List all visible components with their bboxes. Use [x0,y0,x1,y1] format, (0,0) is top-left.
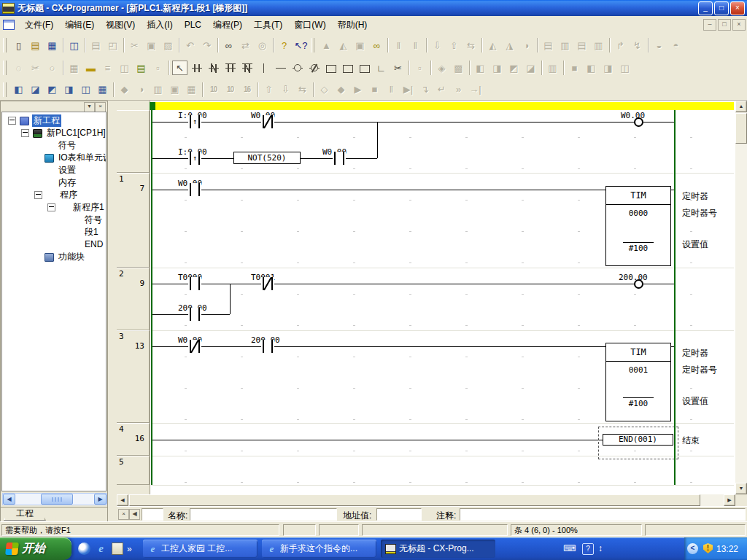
show-comments-button[interactable]: ▫ [150,61,166,75]
window-tree-button[interactable]: ◧ [11,82,26,97]
save-file-button[interactable]: ▦ [44,38,60,52]
corner-line-button[interactable]: ∟ [374,61,389,75]
cross-reference-button[interactable]: ◆ [117,82,132,97]
close-button[interactable]: × [730,1,745,15]
window-watch-button[interactable]: ◩ [44,82,60,97]
horizontal-line-button[interactable] [273,61,288,75]
contact-rising[interactable]: ↑ [188,115,201,128]
ie-icon[interactable]: e [95,542,107,555]
tree-expander-icon[interactable] [21,129,29,137]
contact-no-button[interactable] [189,61,204,75]
panel-splitter[interactable] [108,101,117,521]
start-button[interactable]: 开始 [0,537,71,560]
help-tray-icon[interactable]: ? [582,543,594,555]
tree-item-memory[interactable]: 内存 [2,176,106,189]
memory-view-button[interactable]: ▣ [167,82,182,97]
io-comment-3-button[interactable]: ◩ [506,61,522,75]
comment-field[interactable] [460,508,746,521]
contact-or-nc-button[interactable] [239,61,255,75]
output-coil[interactable] [634,279,643,289]
horizontal-scrollbar[interactable]: ◀ ▶ [117,494,735,506]
program-mode-button[interactable]: ◑ [519,38,534,52]
contact-nc[interactable] [261,115,274,128]
workspace-close-icon[interactable]: × [95,102,106,112]
replace-button[interactable]: ⇄ [238,38,253,52]
zoom-out-button[interactable]: ○ [44,61,60,75]
tree-horizontal-scrollbar[interactable]: ◀ ▶ [2,493,107,505]
context-help-button[interactable]: ↖? [293,38,309,52]
contact-no[interactable] [188,277,201,290]
tree-expander-icon[interactable] [47,203,55,211]
paste-button[interactable]: ▨ [160,38,176,52]
run-to-end-button[interactable]: →| [468,82,483,97]
delete-line-button[interactable]: ✂ [390,61,406,75]
go-output-button[interactable]: ⇩ [278,82,293,97]
keyboard-map-button[interactable]: ▦ [184,82,199,97]
tree-item-plc[interactable]: 新PLC1[CP1H] 离线 [2,127,106,139]
online-find-button[interactable]: ∞ [369,38,384,52]
info-collapse-icon[interactable]: ◀ [129,509,140,520]
cut-button[interactable]: ✂ [127,38,142,52]
instruction-box-button[interactable] [323,61,338,75]
toolbar-grip[interactable] [3,82,7,97]
menu-file[interactable]: 文件(F) [19,17,59,34]
compile-button[interactable]: ◫ [66,38,82,52]
display-grid-1-button[interactable]: ▤ [541,38,556,52]
copy-button[interactable]: ▣ [144,38,159,52]
taskbar-window-3[interactable]: 无标题 - CX-Prog... [381,540,495,558]
contact-no[interactable] [188,308,201,321]
run-button[interactable]: ▶ [350,82,365,97]
diff-monitor-button[interactable]: ■ [567,61,582,75]
toolbar-grip[interactable] [3,61,7,75]
taskbar-window-2[interactable]: e新手求这个指令的... [262,540,376,558]
contact-nc-button[interactable] [206,61,221,75]
scroll-up-icon[interactable]: ▲ [735,101,747,112]
scrollbar-thumb[interactable] [129,494,700,506]
grid-button[interactable]: ▦ [66,61,82,75]
menu-insert[interactable]: 插入(I) [141,17,178,34]
step-in-button[interactable]: ↴ [417,82,433,97]
step-jump-button[interactable]: ↱ [613,38,628,52]
pause-debug-button[interactable]: ‖ [384,82,399,97]
not-instruction-box[interactable]: NOT(520) [233,152,301,164]
workspace-dropdown-icon[interactable]: ▾ [84,102,95,112]
ladder-editor[interactable]: 1 7 2 9 3 13 4 16 5 I:0.00 [117,101,735,494]
option-a-button[interactable]: ◒ [651,38,667,52]
updown-tray-icon[interactable]: ↕ [598,543,603,553]
vertical-line-button[interactable] [256,61,271,75]
run-mode-button[interactable]: ◭ [485,38,500,52]
tim-instruction-box[interactable]: TIM 0000 #100 [605,186,671,266]
scroll-down-icon[interactable]: ▼ [735,483,747,494]
vertical-scrollbar[interactable]: ▲ ▼ [735,101,747,494]
zoom-cut-button[interactable]: ✂ [28,61,43,75]
tree-item-project[interactable]: 新工程 [2,114,106,127]
security-shield-icon[interactable]: ! [703,543,713,553]
io-comment-2-button[interactable]: ◨ [489,61,505,75]
pause-hand-button[interactable]: ◇ [317,82,332,97]
menu-tools[interactable]: 工具(T) [248,17,288,34]
mdi-document-icon[interactable] [3,20,15,30]
display-grid-3-button[interactable]: ▤ [574,38,589,52]
name-field[interactable] [190,508,337,521]
pause-button[interactable]: ‖ [408,38,423,52]
redo-button[interactable]: ↷ [199,38,214,52]
contact-or-no-button[interactable] [222,61,238,75]
rung-comment-button[interactable]: ▫ [412,61,427,75]
go-next-address-button[interactable]: ⇆ [295,82,310,97]
info-close-icon[interactable]: × [118,509,129,520]
window-output-button[interactable]: ◪ [28,82,43,97]
display-grid-2-button[interactable]: ▥ [557,38,573,52]
window-refs-button[interactable]: ◨ [61,82,77,97]
radix-decimal[interactable]: 10 [222,82,238,97]
radix-hex[interactable]: 16 [239,82,255,97]
minimize-button[interactable]: _ [698,1,713,15]
menu-edit[interactable]: 编辑(E) [59,17,100,34]
report-button[interactable]: ▥ [150,82,166,97]
new-file-button[interactable]: ▯ [11,38,26,52]
step-out-button[interactable]: ↵ [434,82,449,97]
tim-instruction-box[interactable]: TIM 0001 #100 [605,343,671,421]
undo-button[interactable]: ↶ [182,38,198,52]
toolbar-grip[interactable] [3,38,7,52]
section-list-button[interactable]: ▩ [451,61,466,75]
coil-nc-button[interactable] [306,61,322,75]
